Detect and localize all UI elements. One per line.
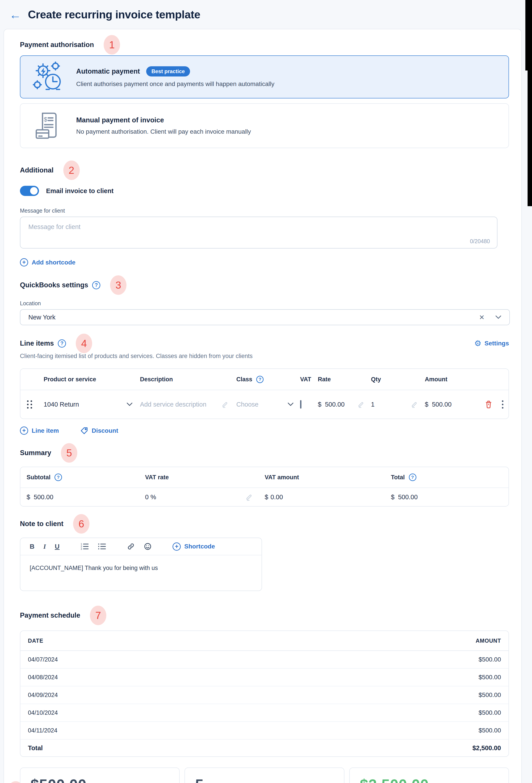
- summary-table: Subtotal? VAT rate VAT amount Total? $50…: [20, 467, 509, 506]
- option-content: Manual payment of invoice No payment aut…: [76, 116, 251, 135]
- section-title: Summary: [20, 449, 51, 457]
- section-title: Payment schedule: [20, 612, 80, 619]
- line-item-links-row: + Line item Discount: [20, 427, 509, 435]
- drag-handle[interactable]: [27, 400, 44, 409]
- emoji-icon[interactable]: [144, 542, 152, 551]
- plus-circle-icon: +: [20, 427, 28, 435]
- chevron-down-icon[interactable]: [495, 315, 501, 319]
- col-rate-header: Rate: [318, 376, 371, 383]
- bullet-list-icon[interactable]: [98, 543, 106, 550]
- link-icon[interactable]: [127, 542, 135, 551]
- ordered-list-icon[interactable]: 123: [80, 543, 89, 550]
- schedule-total-value: $2,500.00: [472, 745, 501, 752]
- add-shortcode-label: Add shortcode: [32, 259, 75, 266]
- description-input[interactable]: Add service description: [140, 401, 236, 408]
- vat-rate-cell[interactable]: 0 %: [145, 493, 265, 501]
- trash-icon[interactable]: [485, 400, 493, 409]
- svg-text:$: $: [44, 116, 47, 123]
- underline-icon[interactable]: U: [55, 543, 60, 550]
- help-icon[interactable]: ?: [58, 339, 66, 348]
- col-qty-header: Qty: [371, 376, 425, 383]
- add-shortcode-link[interactable]: + Add shortcode: [20, 258, 75, 267]
- col-amount-header: Amount: [425, 376, 485, 383]
- help-icon[interactable]: ?: [409, 473, 417, 481]
- col-subtotal-header: Subtotal?: [27, 473, 145, 481]
- message-textarea-container: 0/20480: [20, 217, 497, 249]
- bold-icon[interactable]: B: [30, 543, 35, 550]
- settings-label: Settings: [485, 340, 509, 347]
- page: ← Create recurring invoice template Paym…: [0, 0, 532, 783]
- annotation-badge-3: 3: [110, 275, 127, 295]
- annotation-badge-5: 5: [61, 443, 77, 463]
- invoices-value: 5: [195, 776, 334, 783]
- schedule-rows: 04/07/2024$500.0004/08/2024$500.0004/09/…: [21, 651, 508, 740]
- kebab-menu-icon[interactable]: [502, 400, 503, 409]
- section-title: Note to client: [20, 520, 63, 528]
- stat-each-payment: $500.00 Each payment: [20, 768, 179, 783]
- schedule-table-header: DATE AMOUNT: [21, 631, 508, 651]
- option-title: Automatic payment: [76, 67, 140, 75]
- email-invoice-toggle-row: Email invoice to client: [20, 186, 509, 196]
- schedule-amount: $500.00: [478, 691, 501, 698]
- help-icon[interactable]: ?: [256, 376, 264, 383]
- editor-shortcode-link[interactable]: + Shortcode: [172, 542, 215, 551]
- summary-table-header: Subtotal? VAT rate VAT amount Total?: [21, 467, 508, 488]
- back-arrow-icon[interactable]: ←: [9, 9, 21, 21]
- summary-heading-row: Summary 5: [20, 448, 509, 458]
- editor-toolbar: B I U 123 + Shortcode: [21, 538, 262, 555]
- option-description: No payment authorisation. Client will pa…: [76, 128, 251, 135]
- col-vat-header: VAT: [300, 376, 318, 383]
- each-payment-value: $500.00: [31, 776, 169, 783]
- stat-total-amount: $2,500.00 Total amount: [349, 768, 509, 783]
- section-title: Line items: [20, 339, 54, 347]
- schedule-amount: $500.00: [478, 656, 501, 663]
- line-items-settings-link[interactable]: ⚙ Settings: [474, 339, 509, 347]
- stat-number-of-invoices: 5 Number of invoices: [185, 768, 344, 783]
- help-icon[interactable]: ?: [92, 281, 100, 289]
- option-manual-payment[interactable]: $ Manual payment of invoice No payment a…: [20, 103, 509, 148]
- help-icon[interactable]: ?: [55, 473, 62, 481]
- option-content: Automatic payment Best practice Client a…: [76, 66, 274, 88]
- qty-cell[interactable]: 1: [371, 401, 425, 408]
- col-date-header: DATE: [28, 637, 43, 644]
- amount-value: 500.00: [432, 401, 452, 408]
- rate-cell[interactable]: $500.00: [318, 401, 371, 408]
- italic-icon[interactable]: I: [43, 543, 46, 550]
- line-items-table: Product or service Description Class ? V…: [20, 369, 509, 419]
- add-discount-label: Discount: [92, 427, 118, 434]
- annotation-badge-7: 7: [90, 606, 106, 625]
- annotation-badge-4: 4: [76, 334, 92, 353]
- line-items-table-header: Product or service Description Class ? V…: [21, 369, 508, 390]
- col-product-header: Product or service: [44, 376, 140, 383]
- vat-checkbox[interactable]: [300, 400, 301, 409]
- option-automatic-payment[interactable]: Automatic payment Best practice Client a…: [20, 55, 509, 98]
- page-title: Create recurring invoice template: [28, 8, 200, 21]
- schedule-date: 04/07/2024: [28, 656, 58, 663]
- schedule-amount: $500.00: [478, 727, 501, 734]
- message-textarea[interactable]: [21, 217, 497, 248]
- svg-text:3: 3: [80, 547, 82, 550]
- pencil-icon: [411, 401, 418, 408]
- note-text[interactable]: [ACCOUNT_NAME] Thank you for being with …: [21, 555, 262, 591]
- option-title-row: Manual payment of invoice: [76, 116, 251, 124]
- col-description-header: Description: [140, 376, 236, 383]
- quickbooks-heading-row: QuickBooks settings ? 3: [20, 280, 509, 290]
- add-line-item-label: Line item: [32, 427, 59, 434]
- annotation-badge-2: 2: [63, 160, 80, 180]
- schedule-amount: $500.00: [478, 674, 501, 681]
- location-select[interactable]: New York ✕: [20, 309, 510, 325]
- add-line-item-link[interactable]: + Line item: [20, 427, 59, 435]
- schedule-row: 04/09/2024$500.00: [21, 686, 508, 704]
- add-discount-link[interactable]: Discount: [80, 427, 118, 435]
- col-total-header: Total?: [391, 473, 502, 481]
- email-invoice-toggle[interactable]: [20, 186, 39, 196]
- product-select[interactable]: 1040 Return: [44, 401, 140, 408]
- amount-cell: $500.00: [425, 401, 485, 408]
- select-icons: ✕: [479, 313, 501, 321]
- class-select[interactable]: Choose: [236, 401, 300, 408]
- clear-icon[interactable]: ✕: [479, 313, 485, 321]
- line-item-row: 1040 Return Add service description Choo…: [21, 390, 508, 418]
- currency-symbol: $: [318, 401, 321, 408]
- row-actions: [485, 400, 503, 409]
- payment-authorisation-heading-row: Payment authorisation 1: [20, 40, 509, 50]
